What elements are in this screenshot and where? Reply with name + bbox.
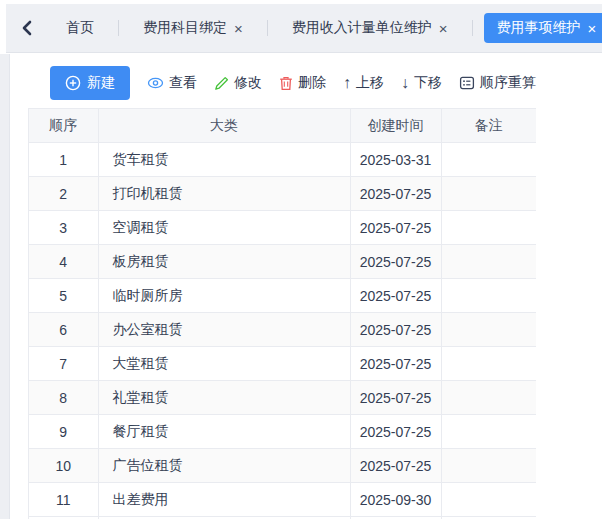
move-up-button-label: 上移 — [356, 74, 384, 92]
cell-remark[interactable] — [441, 177, 536, 211]
view-button-label: 查看 — [169, 74, 197, 92]
cell-created[interactable]: 2025-07-25 — [350, 245, 441, 279]
move-down-button[interactable]: ↓ 下移 — [401, 66, 442, 100]
cell-created[interactable]: 2025-07-25 — [350, 449, 441, 483]
cell-created[interactable]: 2025-07-25 — [350, 415, 441, 449]
delete-button-label: 删除 — [298, 74, 326, 92]
recalculate-order-button-label: 顺序重算 — [480, 74, 536, 92]
move-up-button[interactable]: ↑ 上移 — [343, 66, 384, 100]
tab-label: 费用事项维护 — [497, 19, 581, 37]
tab-label: 费用科目绑定 — [143, 19, 227, 37]
column-header-order: 顺序 — [29, 109, 98, 143]
cell-remark[interactable] — [441, 483, 536, 517]
trash-icon — [279, 76, 293, 91]
cell-remark[interactable] — [441, 279, 536, 313]
tab-bar: 首页 费用科目绑定 × 费用收入计量单位维护 × 费用事项维护 × — [6, 4, 602, 53]
arrow-down-icon: ↓ — [401, 75, 409, 91]
tab-label: 首页 — [66, 19, 94, 37]
cell-category[interactable]: 餐厅租赁 — [98, 415, 350, 449]
cell-order[interactable]: 5 — [29, 279, 98, 313]
cell-order[interactable]: 6 — [29, 313, 98, 347]
cell-order[interactable]: 11 — [29, 483, 98, 517]
recalc-icon — [459, 75, 475, 91]
table-row[interactable]: 2 打印机租赁 2025-07-25 — [29, 177, 536, 211]
table-row[interactable]: 9 餐厅租赁 2025-07-25 — [29, 415, 536, 449]
cell-remark[interactable] — [441, 313, 536, 347]
tab-divider — [472, 20, 473, 36]
cell-created[interactable]: 2025-03-31 — [350, 143, 441, 177]
chevron-left-icon — [20, 20, 34, 36]
table-row[interactable]: 3 空调租赁 2025-07-25 — [29, 211, 536, 245]
cell-remark[interactable] — [441, 449, 536, 483]
table-row[interactable]: 11 出差费用 2025-09-30 — [29, 483, 536, 517]
close-icon[interactable]: × — [439, 21, 448, 36]
table-row[interactable]: 6 办公室租赁 2025-07-25 — [29, 313, 536, 347]
table-row[interactable]: 4 板房租赁 2025-07-25 — [29, 245, 536, 279]
move-down-button-label: 下移 — [414, 74, 442, 92]
cell-order[interactable]: 7 — [29, 347, 98, 381]
cell-category[interactable]: 空调租赁 — [98, 211, 350, 245]
table-row[interactable]: 7 大堂租赁 2025-07-25 — [29, 347, 536, 381]
recalculate-order-button[interactable]: 顺序重算 — [459, 66, 536, 100]
tab-expense-subject-binding[interactable]: 费用科目绑定 × — [119, 4, 267, 53]
tab-label: 费用收入计量单位维护 — [292, 19, 432, 37]
table-body: 1 货车租赁 2025-03-31 2 打印机租赁 2025-07-25 3 空… — [29, 143, 536, 517]
cell-order[interactable]: 8 — [29, 381, 98, 415]
view-button[interactable]: 查看 — [147, 66, 197, 100]
table-header: 顺序 大类 创建时间 备注 — [29, 109, 536, 143]
create-button[interactable]: 新建 — [50, 66, 130, 100]
delete-button[interactable]: 删除 — [279, 66, 326, 100]
cell-category[interactable]: 办公室租赁 — [98, 313, 350, 347]
cell-remark[interactable] — [441, 143, 536, 177]
cell-order[interactable]: 10 — [29, 449, 98, 483]
left-gutter — [0, 54, 10, 519]
cell-remark[interactable] — [441, 381, 536, 415]
back-button[interactable] — [12, 13, 42, 43]
expense-items-table: 顺序 大类 创建时间 备注 1 货车租赁 2025-03-31 2 打印机租赁 … — [28, 108, 535, 519]
column-header-remark: 备注 — [441, 109, 536, 143]
cell-order[interactable]: 9 — [29, 415, 98, 449]
cell-category[interactable]: 打印机租赁 — [98, 177, 350, 211]
cell-order[interactable]: 3 — [29, 211, 98, 245]
cell-order[interactable]: 1 — [29, 143, 98, 177]
plus-circle-icon — [65, 75, 81, 91]
cell-remark[interactable] — [441, 211, 536, 245]
create-button-label: 新建 — [87, 74, 115, 92]
edit-button-label: 修改 — [234, 74, 262, 92]
tab-expense-item-maintenance-active[interactable]: 费用事项维护 × — [484, 13, 602, 43]
cell-category[interactable]: 出差费用 — [98, 483, 350, 517]
edit-button[interactable]: 修改 — [214, 66, 262, 100]
cell-category[interactable]: 板房租赁 — [98, 245, 350, 279]
pencil-icon — [214, 76, 229, 91]
cell-category[interactable]: 广告位租赁 — [98, 449, 350, 483]
cell-order[interactable]: 2 — [29, 177, 98, 211]
table-row[interactable]: 10 广告位租赁 2025-07-25 — [29, 449, 536, 483]
cell-created[interactable]: 2025-07-25 — [350, 279, 441, 313]
cell-created[interactable]: 2025-07-25 — [350, 381, 441, 415]
cell-category[interactable]: 礼堂租赁 — [98, 381, 350, 415]
arrow-up-icon: ↑ — [343, 75, 351, 91]
cell-remark[interactable] — [441, 245, 536, 279]
column-header-category: 大类 — [98, 109, 350, 143]
table-row[interactable]: 8 礼堂租赁 2025-07-25 — [29, 381, 536, 415]
app-window: 首页 费用科目绑定 × 费用收入计量单位维护 × 费用事项维护 × 新建 — [0, 0, 602, 519]
cell-order[interactable]: 4 — [29, 245, 98, 279]
close-icon[interactable]: × — [234, 21, 243, 36]
cell-created[interactable]: 2025-07-25 — [350, 313, 441, 347]
cell-remark[interactable] — [441, 347, 536, 381]
tab-expense-income-unit-maintenance[interactable]: 费用收入计量单位维护 × — [268, 4, 472, 53]
table-row[interactable]: 5 临时厕所房 2025-07-25 — [29, 279, 536, 313]
cell-created[interactable]: 2025-09-30 — [350, 483, 441, 517]
cell-created[interactable]: 2025-07-25 — [350, 177, 441, 211]
cell-category[interactable]: 临时厕所房 — [98, 279, 350, 313]
cell-created[interactable]: 2025-07-25 — [350, 211, 441, 245]
cell-remark[interactable] — [441, 415, 536, 449]
cell-created[interactable]: 2025-07-25 — [350, 347, 441, 381]
eye-icon — [147, 76, 164, 90]
cell-category[interactable]: 大堂租赁 — [98, 347, 350, 381]
cell-category[interactable]: 货车租赁 — [98, 143, 350, 177]
toolbar: 新建 查看 修改 删除 ↑ 上移 ↓ 下移 — [50, 66, 536, 100]
table-row[interactable]: 1 货车租赁 2025-03-31 — [29, 143, 536, 177]
tab-home[interactable]: 首页 — [42, 4, 118, 53]
close-icon[interactable]: × — [588, 21, 597, 36]
